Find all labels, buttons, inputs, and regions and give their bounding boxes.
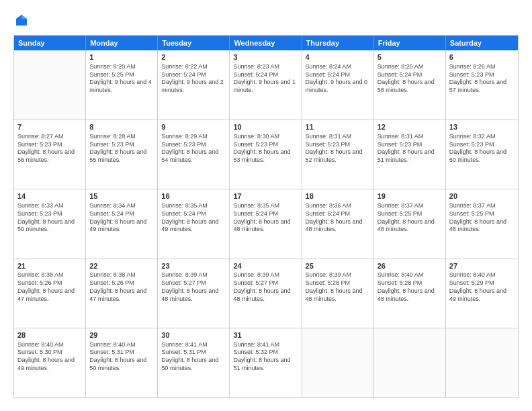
day-cell-7: 7Sunrise: 8:27 AMSunset: 5:23 PMDaylight… <box>14 120 86 189</box>
cell-info: Sunrise: 8:36 AMSunset: 5:24 PMDaylight:… <box>306 202 370 234</box>
cell-info: Sunrise: 8:32 AMSunset: 5:23 PMDaylight:… <box>449 133 515 165</box>
day-number: 25 <box>306 261 370 271</box>
cell-info: Sunrise: 8:37 AMSunset: 5:25 PMDaylight:… <box>449 202 515 234</box>
day-cell-12: 12Sunrise: 8:31 AMSunset: 5:23 PMDayligh… <box>374 120 446 189</box>
cell-info: Sunrise: 8:31 AMSunset: 5:23 PMDaylight:… <box>378 133 442 165</box>
day-number: 9 <box>161 122 226 132</box>
day-cell-20: 20Sunrise: 8:37 AMSunset: 5:25 PMDayligh… <box>446 189 518 258</box>
day-cell-11: 11Sunrise: 8:31 AMSunset: 5:23 PMDayligh… <box>302 120 374 189</box>
day-number: 29 <box>89 330 154 340</box>
weekday-header-sunday: Sunday <box>14 36 86 50</box>
calendar-row-2: 14Sunrise: 8:33 AMSunset: 5:23 PMDayligh… <box>14 189 518 258</box>
weekday-header-monday: Monday <box>86 36 158 50</box>
day-cell-31: 31Sunrise: 8:41 AMSunset: 5:32 PMDayligh… <box>230 328 302 397</box>
calendar-row-4: 28Sunrise: 8:40 AMSunset: 5:30 PMDayligh… <box>14 328 518 397</box>
day-cell-28: 28Sunrise: 8:40 AMSunset: 5:30 PMDayligh… <box>14 328 86 397</box>
calendar-row-0: 1Sunrise: 8:20 AMSunset: 5:25 PMDaylight… <box>14 50 518 120</box>
day-number: 21 <box>17 261 82 271</box>
day-cell-22: 22Sunrise: 8:38 AMSunset: 5:26 PMDayligh… <box>86 259 158 328</box>
day-number: 8 <box>89 122 154 132</box>
cell-info: Sunrise: 8:37 AMSunset: 5:25 PMDaylight:… <box>378 202 442 234</box>
day-number: 14 <box>17 191 82 201</box>
day-cell-14: 14Sunrise: 8:33 AMSunset: 5:23 PMDayligh… <box>14 189 86 258</box>
day-cell-3: 3Sunrise: 8:23 AMSunset: 5:24 PMDaylight… <box>230 50 302 120</box>
day-cell-2: 2Sunrise: 8:22 AMSunset: 5:24 PMDaylight… <box>158 50 230 120</box>
day-cell-17: 17Sunrise: 8:35 AMSunset: 5:24 PMDayligh… <box>230 189 302 258</box>
logo-text <box>13 13 30 27</box>
page: SundayMondayTuesdayWednesdayThursdayFrid… <box>0 0 532 411</box>
calendar-row-3: 21Sunrise: 8:38 AMSunset: 5:26 PMDayligh… <box>14 259 518 328</box>
day-cell-16: 16Sunrise: 8:35 AMSunset: 5:24 PMDayligh… <box>158 189 230 258</box>
calendar: SundayMondayTuesdayWednesdayThursdayFrid… <box>13 35 519 398</box>
cell-info: Sunrise: 8:24 AMSunset: 5:24 PMDaylight:… <box>306 63 370 95</box>
logo <box>13 13 30 27</box>
day-number: 4 <box>306 52 370 62</box>
day-number: 7 <box>17 122 82 132</box>
cell-info: Sunrise: 8:40 AMSunset: 5:31 PMDaylight:… <box>89 341 154 373</box>
logo-icon <box>15 13 28 27</box>
cell-info: Sunrise: 8:28 AMSunset: 5:23 PMDaylight:… <box>89 133 154 165</box>
cell-info: Sunrise: 8:41 AMSunset: 5:32 PMDaylight:… <box>233 341 298 373</box>
cell-info: Sunrise: 8:34 AMSunset: 5:24 PMDaylight:… <box>89 202 154 234</box>
day-number: 30 <box>161 330 226 340</box>
cell-info: Sunrise: 8:35 AMSunset: 5:24 PMDaylight:… <box>161 202 226 234</box>
cell-info: Sunrise: 8:35 AMSunset: 5:24 PMDaylight:… <box>233 202 298 234</box>
day-cell-10: 10Sunrise: 8:30 AMSunset: 5:23 PMDayligh… <box>230 120 302 189</box>
cell-info: Sunrise: 8:31 AMSunset: 5:23 PMDaylight:… <box>306 133 370 165</box>
day-cell-15: 15Sunrise: 8:34 AMSunset: 5:24 PMDayligh… <box>86 189 158 258</box>
day-number: 11 <box>306 122 370 132</box>
day-number: 3 <box>233 52 298 62</box>
cell-info: Sunrise: 8:38 AMSunset: 5:26 PMDaylight:… <box>17 271 82 303</box>
day-cell-21: 21Sunrise: 8:38 AMSunset: 5:26 PMDayligh… <box>14 259 86 328</box>
day-number: 19 <box>378 191 442 201</box>
day-number: 1 <box>89 52 154 62</box>
cell-info: Sunrise: 8:39 AMSunset: 5:27 PMDaylight:… <box>161 271 226 303</box>
day-cell-9: 9Sunrise: 8:29 AMSunset: 5:23 PMDaylight… <box>158 120 230 189</box>
day-number: 31 <box>233 330 298 340</box>
cell-info: Sunrise: 8:22 AMSunset: 5:24 PMDaylight:… <box>161 63 226 95</box>
day-cell-26: 26Sunrise: 8:40 AMSunset: 5:28 PMDayligh… <box>374 259 446 328</box>
calendar-header: SundayMondayTuesdayWednesdayThursdayFrid… <box>14 36 518 50</box>
weekday-header-tuesday: Tuesday <box>158 36 230 50</box>
cell-info: Sunrise: 8:40 AMSunset: 5:30 PMDaylight:… <box>17 341 82 373</box>
day-number: 27 <box>449 261 515 271</box>
day-number: 16 <box>161 191 226 201</box>
svg-marker-1 <box>21 15 27 19</box>
day-cell-19: 19Sunrise: 8:37 AMSunset: 5:25 PMDayligh… <box>374 189 446 258</box>
day-cell-6: 6Sunrise: 8:26 AMSunset: 5:23 PMDaylight… <box>446 50 518 120</box>
day-cell-8: 8Sunrise: 8:28 AMSunset: 5:23 PMDaylight… <box>86 120 158 189</box>
weekday-header-thursday: Thursday <box>302 36 374 50</box>
weekday-header-wednesday: Wednesday <box>230 36 302 50</box>
cell-info: Sunrise: 8:40 AMSunset: 5:28 PMDaylight:… <box>378 271 442 303</box>
header <box>13 13 519 27</box>
calendar-body: 1Sunrise: 8:20 AMSunset: 5:25 PMDaylight… <box>14 50 518 397</box>
cell-info: Sunrise: 8:40 AMSunset: 5:29 PMDaylight:… <box>449 271 515 303</box>
weekday-header-friday: Friday <box>374 36 446 50</box>
day-cell-27: 27Sunrise: 8:40 AMSunset: 5:29 PMDayligh… <box>446 259 518 328</box>
day-cell-23: 23Sunrise: 8:39 AMSunset: 5:27 PMDayligh… <box>158 259 230 328</box>
cell-info: Sunrise: 8:27 AMSunset: 5:23 PMDaylight:… <box>17 133 82 165</box>
cell-info: Sunrise: 8:25 AMSunset: 5:24 PMDaylight:… <box>378 63 442 95</box>
day-number: 2 <box>161 52 226 62</box>
day-number: 28 <box>17 330 82 340</box>
empty-cell <box>302 328 374 397</box>
empty-cell <box>14 50 86 120</box>
day-number: 17 <box>233 191 298 201</box>
cell-info: Sunrise: 8:26 AMSunset: 5:23 PMDaylight:… <box>449 63 515 95</box>
day-number: 13 <box>449 122 515 132</box>
day-number: 20 <box>449 191 515 201</box>
day-cell-25: 25Sunrise: 8:39 AMSunset: 5:28 PMDayligh… <box>302 259 374 328</box>
cell-info: Sunrise: 8:30 AMSunset: 5:23 PMDaylight:… <box>233 133 298 165</box>
cell-info: Sunrise: 8:38 AMSunset: 5:26 PMDaylight:… <box>89 271 154 303</box>
day-number: 12 <box>378 122 442 132</box>
day-number: 26 <box>378 261 442 271</box>
day-number: 10 <box>233 122 298 132</box>
day-number: 15 <box>89 191 154 201</box>
day-cell-18: 18Sunrise: 8:36 AMSunset: 5:24 PMDayligh… <box>302 189 374 258</box>
day-cell-1: 1Sunrise: 8:20 AMSunset: 5:25 PMDaylight… <box>86 50 158 120</box>
cell-info: Sunrise: 8:39 AMSunset: 5:27 PMDaylight:… <box>233 271 298 303</box>
day-number: 22 <box>89 261 154 271</box>
calendar-row-1: 7Sunrise: 8:27 AMSunset: 5:23 PMDaylight… <box>14 120 518 189</box>
empty-cell <box>374 328 446 397</box>
day-cell-13: 13Sunrise: 8:32 AMSunset: 5:23 PMDayligh… <box>446 120 518 189</box>
